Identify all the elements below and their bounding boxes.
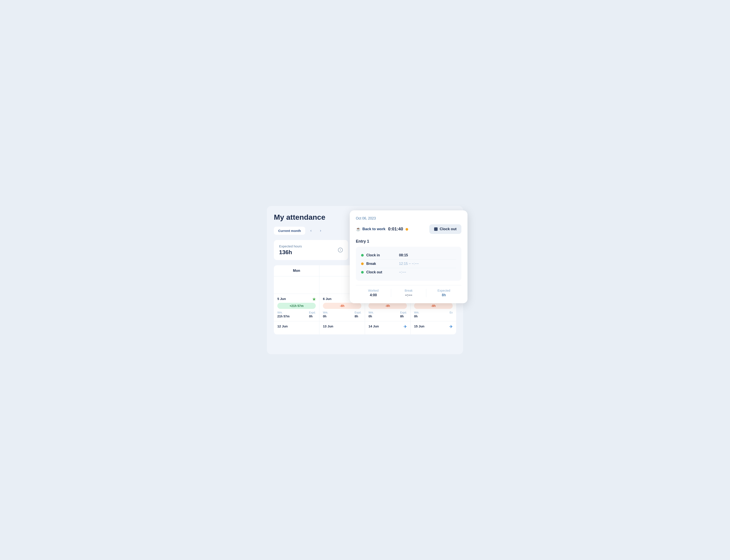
wrk-value-5jun: 21h 57m: [277, 315, 290, 318]
stats-info: Expected hours 136h: [279, 244, 302, 256]
expd-label-7jun: Expd.: [400, 311, 407, 314]
clock-in-row: Clock in 08:15: [361, 251, 456, 260]
stats-8jun: Wrk. 0h Ex: [414, 311, 453, 318]
prev-month-button[interactable]: ‹: [307, 227, 315, 235]
expd-7jun: Expd. 8h: [400, 311, 407, 318]
summary-expected: Expected 8h: [426, 289, 461, 297]
date-13jun: 13 Jun: [323, 324, 361, 328]
col-header-mon: Mon: [274, 265, 319, 276]
break-row: Break 12:15 − −:−−: [361, 260, 456, 268]
popup-actions: ☕ Back to work 0:01:40 Clock out: [356, 224, 461, 234]
clock-out-dot: [361, 271, 364, 274]
info-icon[interactable]: i: [338, 248, 343, 252]
wrk-value-7jun: 0h: [368, 315, 374, 318]
calendar-week-2: 12 Jun 13 Jun 14 Jun ✈ 15 Jun ✈: [274, 321, 456, 334]
badge-6jun: -8h: [323, 303, 361, 309]
expd-8jun: Ex: [450, 311, 453, 318]
calendar-cell-13jun[interactable]: 13 Jun: [319, 321, 365, 334]
date-12jun: 12 Jun: [277, 324, 316, 328]
wrk-value-6jun: 0h: [323, 315, 328, 318]
stats-6jun: Wrk. 0h Expd. 8h: [323, 311, 361, 318]
plane-icon-14jun: ✈: [404, 324, 407, 329]
entry-card: Clock in 08:15 Break 12:15 − −:−− Clock …: [356, 247, 461, 281]
clock-in-dot: [361, 254, 364, 257]
expected-hours-card: Expected hours 136h i: [274, 240, 348, 260]
expd-value-6jun: 8h: [355, 315, 361, 318]
wrk-7jun: Wrk. 0h: [368, 311, 374, 318]
expd-label-8jun: Ex: [450, 311, 453, 314]
summary-break: Break −:−−: [391, 289, 426, 297]
expd-label-5jun: Expd.: [309, 311, 316, 314]
back-to-work-button[interactable]: ☕ Back to work: [356, 227, 385, 231]
plane-icon-15jun: ✈: [449, 324, 453, 329]
expd-label-6jun: Expd.: [355, 311, 361, 314]
date-5jun: 5 Jun ★: [277, 297, 316, 301]
worked-label: Worked: [356, 289, 391, 292]
break-label: Break: [366, 262, 390, 266]
clock-in-time: 08:15: [399, 253, 408, 257]
calendar-cell-14jun[interactable]: 14 Jun ✈: [365, 321, 411, 334]
stats-7jun: Wrk. 0h Expd. 8h: [368, 311, 407, 318]
summary-row: Worked 4:00 Break −:−− Expected 8h: [356, 285, 461, 297]
date-15jun: 15 Jun ✈: [414, 324, 453, 328]
clock-in-label: Clock in: [366, 253, 390, 257]
expd-6jun: Expd. 8h: [355, 311, 361, 318]
expected-hours-value: 136h: [279, 249, 302, 256]
calendar-cell-12jun[interactable]: 12 Jun: [274, 321, 319, 334]
popup-date: Oct 06, 2023: [356, 216, 461, 220]
star-icon-5jun: ★: [312, 297, 316, 302]
expd-5jun: Expd. 0h: [309, 311, 316, 318]
break-summary-value: −:−−: [391, 293, 426, 297]
cup-icon: ☕: [356, 227, 361, 231]
wrk-8jun: Wrk. 0h: [414, 311, 419, 318]
clock-out-row: Clock out −:−−: [361, 268, 456, 276]
clock-out-label-entry: Clock out: [366, 270, 390, 274]
stop-icon: [434, 227, 438, 231]
calendar-cell-5jun[interactable]: 5 Jun ★ +21h 57m Wrk. 21h 57m Expd. 0h: [274, 294, 319, 321]
wrk-label-6jun: Wrk.: [323, 311, 328, 314]
popup-card: Oct 06, 2023 ☕ Back to work 0:01:40 Cloc…: [350, 210, 467, 303]
timer-dot: [406, 228, 408, 231]
expd-value-5jun: 0h: [309, 315, 316, 318]
stats-5jun: Wrk. 21h 57m Expd. 0h: [277, 311, 316, 318]
break-dot: [361, 262, 364, 265]
clock-out-button[interactable]: Clock out: [429, 224, 461, 234]
expected-summary-label: Expected: [426, 289, 461, 292]
current-month-button[interactable]: Current month: [274, 227, 305, 235]
summary-worked: Worked 4:00: [356, 289, 391, 297]
badge-5jun: +21h 57m: [277, 303, 316, 309]
badge-7jun: -8h: [368, 303, 407, 309]
date-14jun: 14 Jun ✈: [368, 324, 407, 328]
expd-value-7jun: 8h: [400, 315, 407, 318]
expected-hours-label: Expected hours: [279, 244, 302, 248]
entry-title: Entry 1: [356, 239, 461, 244]
calendar-cell-15jun[interactable]: 15 Jun ✈: [411, 321, 456, 334]
break-summary-label: Break: [391, 289, 426, 292]
wrk-label-5jun: Wrk.: [277, 311, 290, 314]
clock-out-time: −:−−: [399, 270, 406, 274]
next-month-button[interactable]: ›: [317, 227, 324, 235]
wrk-value-8jun: 0h: [414, 315, 419, 318]
empty-cell-1: [274, 276, 319, 294]
badge-8jun: -8h: [414, 303, 453, 309]
back-to-work-label: Back to work: [362, 227, 385, 231]
clock-out-label: Clock out: [440, 227, 457, 231]
break-time: 12:15 − −:−−: [399, 262, 419, 266]
timer-display: 0:01:40: [388, 226, 408, 231]
timer-value: 0:01:40: [388, 226, 403, 231]
wrk-label-7jun: Wrk.: [368, 311, 374, 314]
wrk-5jun: Wrk. 21h 57m: [277, 311, 290, 318]
worked-value: 4:00: [356, 293, 391, 297]
app-container: My attendance Current month ‹ › Expected…: [267, 206, 463, 354]
wrk-label-8jun: Wrk.: [414, 311, 419, 314]
wrk-6jun: Wrk. 0h: [323, 311, 328, 318]
expected-summary-value: 8h: [426, 293, 461, 297]
